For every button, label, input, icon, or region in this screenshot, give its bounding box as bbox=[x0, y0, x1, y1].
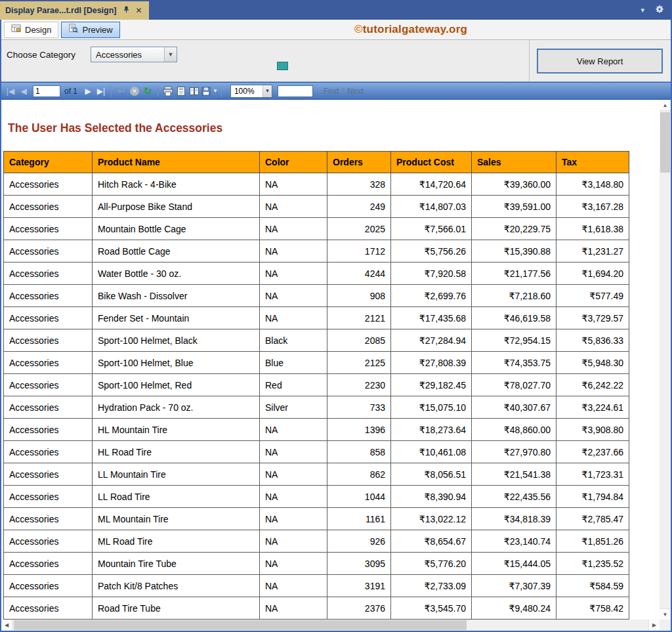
table-row: AccessoriesBike Wash - DissolverNA908₹2,… bbox=[4, 285, 629, 307]
category-dropdown[interactable]: Accessories ▼ bbox=[91, 47, 177, 62]
table-cell: ₹2,699.76 bbox=[391, 285, 472, 307]
table-header-row: CategoryProduct NameColorOrdersProduct C… bbox=[4, 152, 629, 173]
table-cell: ₹5,756.26 bbox=[391, 240, 472, 263]
horizontal-scrollbar[interactable]: ◀ ▶ bbox=[1, 620, 660, 631]
table-cell: Accessories bbox=[4, 374, 93, 396]
find-text-input[interactable] bbox=[278, 85, 313, 97]
table-cell: Accessories bbox=[4, 240, 93, 263]
previous-page-button[interactable]: ◀ bbox=[17, 85, 30, 98]
export-button[interactable]: ▼ bbox=[201, 85, 218, 98]
table-cell: ML Mountain Tire bbox=[93, 508, 260, 530]
table-row: AccessoriesLL Road TireNA1044₹8,390.94₹2… bbox=[4, 486, 629, 508]
close-icon[interactable]: ✕ bbox=[136, 6, 142, 15]
stop-rendering-button[interactable]: ✕ bbox=[128, 85, 141, 98]
table-cell: ₹10,461.08 bbox=[391, 441, 472, 463]
scroll-right-arrow-icon[interactable]: ▶ bbox=[648, 620, 660, 631]
table-cell: Accessories bbox=[4, 396, 93, 419]
refresh-button[interactable]: ↻ bbox=[141, 85, 154, 98]
next-page-button[interactable]: ▶ bbox=[81, 85, 94, 98]
table-cell: ₹74,353.75 bbox=[472, 352, 556, 374]
table-cell: NA bbox=[260, 441, 327, 463]
link-separator bbox=[343, 87, 343, 95]
view-report-button[interactable]: View Report bbox=[537, 49, 663, 74]
scrollbar-corner bbox=[660, 620, 671, 631]
table-cell: Accessories bbox=[4, 285, 93, 307]
choose-category-label: Choose Category bbox=[7, 50, 75, 60]
page-number-input[interactable] bbox=[33, 85, 60, 97]
table-cell: NA bbox=[260, 285, 327, 307]
last-page-button[interactable]: ▶| bbox=[94, 85, 108, 98]
export-save-icon bbox=[201, 86, 211, 96]
table-cell: ₹3,148.80 bbox=[556, 173, 629, 196]
scroll-up-arrow-icon[interactable]: ▲ bbox=[660, 100, 671, 111]
table-cell: Accessories bbox=[4, 441, 93, 463]
table-cell: ₹27,808.39 bbox=[391, 352, 472, 374]
table-cell: ₹1,694.20 bbox=[556, 263, 629, 285]
table-cell: ₹5,948.30 bbox=[556, 352, 629, 374]
document-tab[interactable]: Display Parae...t.rdl [Design] ✕ bbox=[0, 1, 149, 20]
table-cell: HL Mountain Tire bbox=[93, 419, 260, 441]
table-cell: ₹7,307.39 bbox=[472, 575, 556, 597]
app-window: Display Parae...t.rdl [Design] ✕ ▾ Desig… bbox=[0, 0, 672, 632]
table-cell: ₹23,140.74 bbox=[472, 530, 556, 553]
table-cell: ₹20,229.75 bbox=[472, 218, 556, 240]
first-page-button[interactable]: |◀ bbox=[4, 85, 17, 98]
table-cell: ₹3,729.57 bbox=[556, 307, 629, 329]
vertical-scrollbar[interactable]: ▲ ▼ bbox=[660, 100, 671, 620]
table-cell: 2376 bbox=[327, 597, 391, 620]
table-cell: NA bbox=[260, 553, 327, 575]
table-cell: NA bbox=[260, 307, 327, 329]
table-cell: ₹48,860.00 bbox=[472, 419, 556, 441]
table-cell: ₹2,785.47 bbox=[556, 508, 629, 530]
table-cell: ₹3,167.28 bbox=[556, 196, 629, 218]
horizontal-scroll-thumb[interactable] bbox=[14, 620, 467, 630]
table-cell: ₹7,566.01 bbox=[391, 218, 472, 240]
table-cell: 2230 bbox=[327, 374, 391, 396]
table-cell: 249 bbox=[327, 196, 391, 218]
table-cell: NA bbox=[260, 597, 327, 620]
table-row: AccessoriesML Mountain TireNA1161₹13,022… bbox=[4, 508, 629, 530]
print-button[interactable] bbox=[161, 85, 175, 98]
design-tab-button[interactable]: Design bbox=[4, 22, 58, 38]
table-cell: Blue bbox=[260, 352, 327, 374]
pin-icon[interactable] bbox=[123, 6, 130, 15]
column-header: Orders bbox=[327, 152, 391, 173]
parameter-splitter-grip[interactable] bbox=[277, 62, 288, 70]
table-row: AccessoriesFender Set - MountainNA2121₹1… bbox=[4, 307, 629, 329]
table-cell: ₹758.42 bbox=[556, 597, 629, 620]
table-cell: 328 bbox=[327, 173, 391, 196]
table-cell: Accessories bbox=[4, 352, 93, 374]
table-cell: ₹13,022.12 bbox=[391, 508, 472, 530]
table-cell: NA bbox=[260, 508, 327, 530]
table-row: AccessoriesHL Road TireNA858₹10,461.08₹2… bbox=[4, 441, 629, 463]
table-cell: Accessories bbox=[4, 530, 93, 553]
table-cell: LL Road Tire bbox=[93, 486, 260, 508]
print-layout-button[interactable] bbox=[175, 85, 188, 98]
zoom-dropdown[interactable]: 100% ▼ bbox=[230, 85, 272, 98]
table-cell: NA bbox=[260, 486, 327, 508]
table-row: AccessoriesMountain Bottle CageNA2025₹7,… bbox=[4, 218, 629, 240]
table-cell: Accessories bbox=[4, 597, 93, 620]
next-link[interactable]: Next bbox=[347, 87, 364, 96]
scroll-down-arrow-icon[interactable]: ▼ bbox=[660, 608, 671, 620]
document-tab-title: Display Parae...t.rdl [Design] bbox=[5, 6, 117, 15]
table-cell: ₹3,545.70 bbox=[391, 597, 472, 620]
find-link[interactable]: Find bbox=[324, 87, 339, 96]
report-title: The User Has Selected the Accessories bbox=[8, 121, 660, 135]
table-cell: NA bbox=[260, 240, 327, 263]
gear-icon[interactable] bbox=[655, 5, 664, 15]
back-to-parent-button[interactable]: ↩ bbox=[115, 85, 128, 98]
column-header: Tax bbox=[556, 152, 629, 173]
table-cell: 908 bbox=[327, 285, 391, 307]
page-setup-button[interactable] bbox=[188, 85, 201, 98]
window-menu-chevron-icon[interactable]: ▾ bbox=[640, 6, 644, 14]
vertical-scroll-thumb[interactable] bbox=[660, 112, 670, 173]
table-cell: ₹29,182.45 bbox=[391, 374, 472, 396]
table-row: AccessoriesHL Mountain TireNA1396₹18,273… bbox=[4, 419, 629, 441]
table-cell: Accessories bbox=[4, 263, 93, 285]
preview-icon bbox=[68, 24, 78, 35]
preview-tab-button[interactable]: Preview bbox=[61, 22, 119, 38]
table-row: AccessoriesML Road TireNA926₹8,654.67₹23… bbox=[4, 530, 629, 553]
toolbar-separator bbox=[111, 85, 112, 97]
scroll-left-arrow-icon[interactable]: ◀ bbox=[1, 620, 12, 631]
